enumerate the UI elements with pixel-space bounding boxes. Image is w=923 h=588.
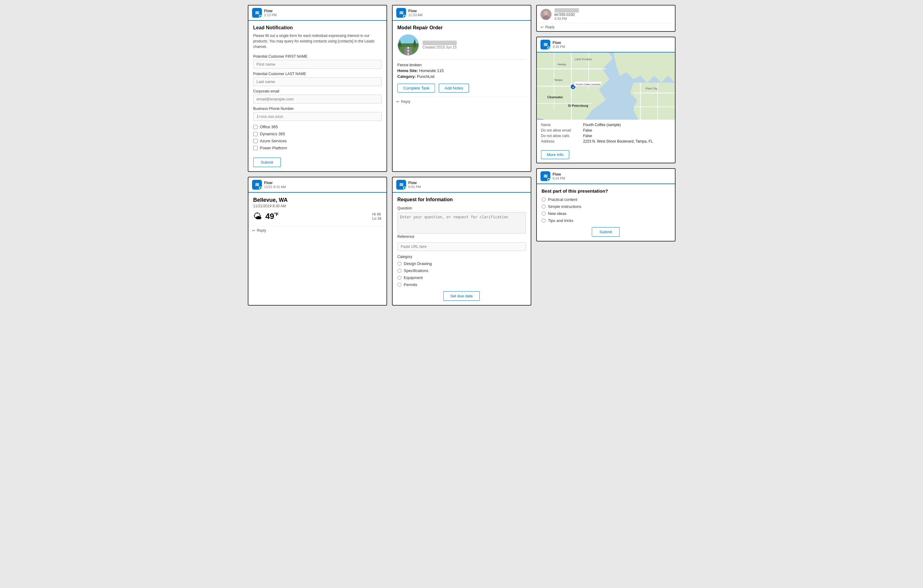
- survey-card: ≋ Flow 6:14 PM Best part of this present…: [536, 168, 675, 241]
- info-name-row: Name Fourth Coffee (sample): [541, 123, 671, 127]
- survey-radio-3[interactable]: [542, 211, 546, 216]
- rfi-cat-label-2: Specifications: [404, 269, 429, 273]
- office365-checkbox[interactable]: [253, 125, 258, 129]
- survey-submit-button[interactable]: Submit: [592, 227, 619, 237]
- svg-text:St Petersburg: St Petersburg: [568, 104, 588, 108]
- repair-category-value: PunchList: [417, 74, 434, 79]
- contact-reply-row: ↩ Reply: [537, 23, 675, 31]
- repair-issue: Fence broken: [397, 62, 526, 67]
- dynamics365-label: Dynamics 365: [260, 132, 285, 136]
- repair-title: Model Repair Order: [397, 25, 526, 31]
- powerplatform-label: Power Platform: [260, 146, 287, 150]
- phone-label: Business Phone Number: [253, 106, 382, 111]
- survey-option-4[interactable]: Tips and tricks: [542, 218, 670, 223]
- survey-option-1[interactable]: Practical content: [542, 197, 670, 202]
- map-image: Henley Land O'Lakes Tampa Clearwater St …: [537, 52, 675, 120]
- rfi-radio-1[interactable]: [397, 262, 401, 265]
- first-name-input[interactable]: [253, 60, 382, 69]
- complete-task-button[interactable]: Complete Task: [397, 84, 435, 92]
- rfi-cat-label-3: Equipment: [404, 275, 423, 280]
- rfi-category-4[interactable]: Permits: [397, 282, 526, 287]
- rfi-category-3[interactable]: Equipment: [397, 275, 526, 280]
- azure-checkbox[interactable]: [253, 139, 258, 143]
- rfi-radio-3[interactable]: [397, 276, 401, 280]
- flow-icon: ≋: [252, 8, 262, 18]
- rfi-radio-2[interactable]: [397, 269, 401, 273]
- repair-category-label: Category:: [397, 74, 416, 79]
- info-address-key: Address: [541, 139, 581, 144]
- weather-flow-icon: ≋: [252, 180, 262, 190]
- repair-category: Category: PunchList: [397, 74, 526, 79]
- map-time: 3:33 PM: [553, 45, 671, 49]
- svg-text:Fourth Coffee (sample): Fourth Coffee (sample): [576, 83, 601, 86]
- rfi-category-1[interactable]: Design Drawing: [397, 261, 526, 266]
- more-info-button[interactable]: More Info: [541, 150, 570, 159]
- svg-rect-11: [407, 53, 409, 55]
- svg-text:bing: bing: [537, 118, 543, 120]
- rfi-cat-label-1: Design Drawing: [404, 261, 432, 266]
- map-card: ≋ Flow 3:33 PM: [536, 37, 675, 163]
- contact-avatar: [540, 9, 552, 20]
- contact-card: Hidden Name tel:555-0150 3:33 PM ↩ Reply: [536, 5, 675, 32]
- last-name-label: Potential Customer LAST NAME: [253, 72, 382, 76]
- survey-header-info: Flow 6:14 PM: [553, 172, 671, 180]
- set-due-date-button[interactable]: Set due date: [443, 291, 480, 301]
- repair-user-row: Megan Bowen Created 2019 Jun 15: [397, 34, 526, 56]
- rfi-radio-4[interactable]: [397, 283, 401, 287]
- contact-time: 3:33 PM: [555, 17, 579, 20]
- repair-homesite-label: Home Site:: [397, 69, 418, 73]
- info-address-row: Address 2223 N. West Shore Boulevard, Ta…: [541, 139, 671, 144]
- rfi-flow-icon: ≋: [396, 180, 406, 190]
- svg-text:Henley: Henley: [557, 63, 566, 66]
- repair-time: 11:33 AM: [409, 13, 527, 17]
- weather-temp-value: 49: [266, 211, 274, 221]
- survey-option-3[interactable]: New ideas: [542, 211, 670, 216]
- info-calls-key: Do not allow calls: [541, 134, 581, 138]
- survey-option-2[interactable]: Simple instructions: [542, 204, 670, 209]
- rfi-reference-input[interactable]: [397, 242, 526, 251]
- weather-reply-row: ↩ Reply: [248, 226, 386, 235]
- add-notes-button[interactable]: Add Notes: [439, 84, 469, 92]
- lead-header-info: Flow 2:13 PM: [264, 9, 383, 17]
- last-name-input[interactable]: [253, 77, 382, 86]
- repair-card: ≋ Flow 11:33 AM Model Repair Order: [392, 5, 531, 172]
- repair-reply-label: Reply: [401, 100, 411, 104]
- repair-user-name: Megan Bowen: [422, 41, 457, 45]
- rfi-question-input[interactable]: [397, 212, 526, 234]
- survey-label-3: New ideas: [548, 211, 567, 216]
- checkbox-dynamics365[interactable]: Dynamics 365: [253, 132, 382, 136]
- powerplatform-checkbox[interactable]: [253, 146, 258, 150]
- survey-radio-2[interactable]: [542, 205, 546, 208]
- info-name-val: Fourth Coffee (sample): [583, 123, 621, 127]
- repair-header: ≋ Flow 11:33 AM: [393, 5, 531, 21]
- svg-rect-10: [407, 50, 409, 52]
- info-address-val: 2223 N. West Shore Boulevard, Tampa, FL: [583, 139, 653, 144]
- weather-hilo: Hi 49 Lo 34: [372, 212, 381, 221]
- checkbox-office365[interactable]: Office 365: [253, 124, 382, 129]
- dynamics365-checkbox[interactable]: [253, 132, 258, 136]
- weather-temp: 49°F: [266, 211, 279, 221]
- survey-radio-4[interactable]: [542, 219, 546, 223]
- phone-input[interactable]: [253, 112, 382, 121]
- survey-header: ≋ Flow 6:14 PM: [537, 169, 675, 184]
- info-calls-row: Do not allow calls False: [541, 134, 671, 138]
- product-checkboxes: Office 365 Dynamics 365 Azure Services P…: [253, 124, 382, 150]
- survey-label-2: Simple instructions: [548, 204, 581, 209]
- lead-sender: Flow: [264, 9, 383, 13]
- rfi-sender: Flow: [409, 181, 527, 185]
- contact-reply-label: Reply: [545, 25, 555, 29]
- svg-text:≋: ≋: [399, 182, 403, 188]
- contact-name: Hidden Name: [555, 8, 579, 13]
- lead-submit-button[interactable]: Submit: [253, 157, 281, 167]
- checkbox-azure[interactable]: Azure Services: [253, 139, 382, 143]
- repair-homesite-value: Homesite 115: [419, 69, 443, 73]
- weather-main: 🌤 49°F Hi 49 Lo 34: [253, 211, 382, 221]
- repair-flow-icon: ≋: [396, 8, 406, 18]
- svg-text:≋: ≋: [255, 182, 259, 188]
- rfi-category-2[interactable]: Specifications: [397, 269, 526, 273]
- survey-body: Best part of this presentation? Practica…: [537, 184, 675, 241]
- survey-sender: Flow: [553, 172, 671, 177]
- email-input[interactable]: [253, 95, 382, 103]
- checkbox-powerplatform[interactable]: Power Platform: [253, 146, 382, 150]
- survey-radio-1[interactable]: [542, 198, 546, 201]
